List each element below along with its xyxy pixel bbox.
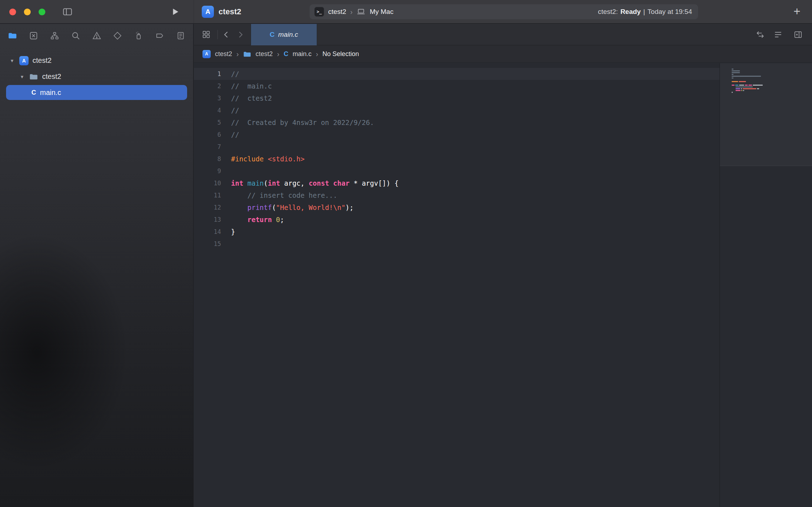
laptop-icon [356,7,366,16]
find-navigator-icon[interactable] [69,28,83,44]
status-state: Ready [620,8,641,16]
line-number[interactable]: 3 [194,92,221,104]
code-line[interactable]: 8#include <stdio.h> [194,153,720,165]
breadcrumb-file[interactable]: main.c [292,50,311,58]
line-number[interactable]: 2 [194,80,221,92]
editor-tab-bar: C main.c [194,24,812,45]
symbol-navigator-icon[interactable] [47,28,62,44]
test-navigator-icon[interactable] [110,28,125,44]
line-text: #include <stdio.h> [221,153,305,165]
line-number[interactable]: 11 [194,189,221,201]
tree-label-group: ctest2 [42,72,61,81]
code-line[interactable]: 2// main.c [194,80,720,92]
terminal-scheme-icon: >_ [314,7,324,17]
code-line[interactable]: 4// [194,104,720,116]
issue-navigator-icon[interactable] [90,28,104,44]
navigate-back-icon[interactable] [222,30,231,39]
line-number[interactable]: 5 [194,116,221,129]
line-text: int main(int argc, const char * argv[]) … [221,177,399,189]
line-text: // insert code here... [221,189,337,201]
minimize-window-button[interactable] [24,9,31,15]
code-line[interactable]: 5// Created by 4nsw3r on 2022/9/26. [194,116,720,129]
close-window-button[interactable] [9,9,16,15]
status-project: ctest2: [598,8,618,16]
c-file-icon: C [270,31,275,39]
code-review-icon[interactable] [756,30,765,39]
window-title: ctest2 [219,7,241,16]
breadcrumb-group[interactable]: ctest2 [256,50,273,58]
add-editor-icon[interactable] [793,30,803,39]
tab-label: main.c [278,31,298,39]
chevron-right-icon: › [350,8,353,16]
run-destination[interactable]: My Mac [370,8,394,16]
code-lines[interactable]: 1//2// main.c3// ctest24//5// Created by… [194,63,720,507]
code-line[interactable]: 6// [194,129,720,141]
tree-row-project-root[interactable]: ▾ A ctest2 [0,52,193,69]
library-add-button[interactable]: + [790,4,804,19]
code-line[interactable]: 14} [194,226,720,238]
navigate-forward-icon[interactable] [236,30,245,39]
breadcrumb-selection[interactable]: No Selection [322,50,359,58]
breakpoint-navigator-icon[interactable] [152,28,167,44]
tree-row-file-selected[interactable]: C main.c [6,85,187,100]
disclosure-triangle-icon[interactable]: ▾ [11,57,19,64]
line-number[interactable]: 6 [194,129,221,141]
editor-area: C main.c A ctest2 › [194,24,812,507]
status-time: Today at 19:54 [647,8,692,16]
line-number[interactable]: 4 [194,104,221,116]
sidebar-toggle-icon[interactable] [62,6,73,17]
line-text: // [221,68,239,80]
project-file-tree: ▾ A ctest2 ▾ ctest2 C main.c [0,47,193,100]
adjust-editor-options-icon[interactable] [773,30,783,39]
breadcrumb-project[interactable]: ctest2 [215,50,232,58]
source-control-navigator-icon[interactable] [26,28,41,44]
tree-row-group[interactable]: ▾ ctest2 [0,69,193,85]
jump-bar-breadcrumb: A ctest2 › ctest2 › C main.c › No Select… [194,45,812,63]
line-number[interactable]: 9 [194,165,221,177]
activity-status[interactable]: ctest2: Ready | Today at 19:54 [598,4,692,19]
navigator-tab-bar [0,24,193,47]
line-text [221,141,231,153]
line-text: // main.c [221,80,272,92]
minimap[interactable] [720,63,812,507]
debug-navigator-icon[interactable] [131,28,146,44]
code-line[interactable]: 13 return 0; [194,214,720,226]
line-number[interactable]: 10 [194,177,221,189]
disclosure-triangle-icon[interactable]: ▾ [21,74,29,80]
line-number[interactable]: 1 [194,68,221,80]
zoom-window-button[interactable] [39,9,45,15]
tab-main-c[interactable]: C main.c [251,24,317,45]
code-line[interactable]: 3// ctest2 [194,92,720,104]
code-line[interactable]: 7 [194,141,720,153]
scheme-name[interactable]: ctest2 [328,8,346,16]
report-navigator-icon[interactable] [174,28,188,44]
line-number[interactable]: 13 [194,214,221,226]
code-line[interactable]: 15 [194,238,720,250]
code-line[interactable]: 11 // insert code here... [194,189,720,201]
scheme-selector[interactable]: >_ ctest2 › My Mac [314,4,394,19]
tree-label-project: ctest2 [32,56,51,65]
chevron-right-icon: › [236,50,239,58]
project-navigator-icon[interactable] [5,28,20,44]
line-text: return 0; [221,214,284,226]
status-separator: | [643,8,645,16]
code-line[interactable]: 12 printf("Hello, World!\n"); [194,201,720,214]
line-number[interactable]: 12 [194,201,221,214]
line-number[interactable]: 8 [194,153,221,165]
line-number[interactable]: 15 [194,238,221,250]
line-number[interactable]: 7 [194,141,221,153]
code-line[interactable]: 10int main(int argc, const char * argv[]… [194,177,720,189]
project-file-icon: A [19,56,29,65]
navigator-sidebar: ▾ A ctest2 ▾ ctest2 C main.c [0,24,194,507]
line-text: } [221,226,235,238]
code-line[interactable]: 1// [194,68,720,80]
line-number[interactable]: 14 [194,226,221,238]
toolbar: A ctest2 >_ ctest2 › My Mac ctest2: Read… [0,0,812,24]
scheme-activity-bar[interactable]: >_ ctest2 › My Mac ctest2: Ready | Today… [310,4,698,19]
code-line[interactable]: 9 [194,165,720,177]
toolbar-divider [194,0,194,23]
editor-layout-icon[interactable] [202,30,211,39]
xcode-project-icon: A [202,6,214,18]
line-text: // ctest2 [221,92,272,104]
run-button[interactable] [170,7,180,17]
